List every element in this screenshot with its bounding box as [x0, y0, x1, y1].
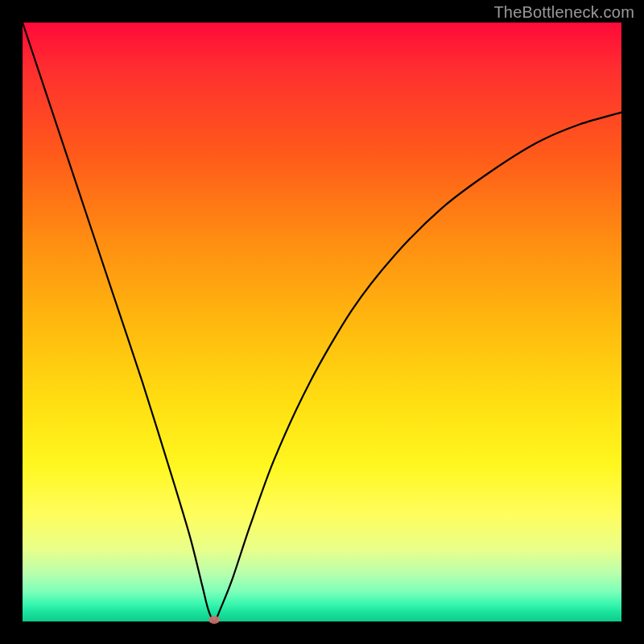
minimum-marker — [208, 616, 220, 624]
watermark-text: TheBottleneck.com — [493, 3, 634, 22]
plot-area — [23, 23, 621, 621]
curve-layer — [23, 23, 621, 621]
chart-frame: TheBottleneck.com — [0, 0, 644, 644]
bottleneck-curve — [23, 23, 621, 621]
